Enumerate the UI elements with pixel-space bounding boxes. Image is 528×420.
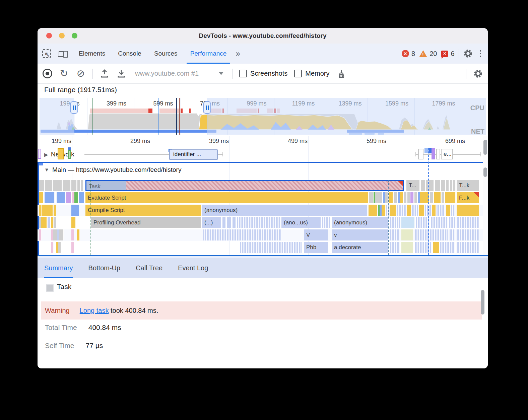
network-collapse-icon[interactable]: ▶ [44,152,48,158]
flame-segment[interactable] [382,205,386,216]
settings-gear-icon[interactable] [463,49,473,59]
flame-segment[interactable] [389,192,393,203]
flame-segment[interactable] [73,217,76,228]
flame-segment[interactable] [457,229,479,240]
timeline-overview[interactable]: 199 ms399 ms599 ms799 ms999 ms1199 ms139… [40,98,486,135]
flame-segment[interactable] [385,192,388,203]
flame-segment[interactable] [449,217,456,228]
flame-segment[interactable] [431,217,448,228]
minimize-window-button[interactable] [59,33,65,39]
flame-segment[interactable] [423,180,425,191]
flame-segment[interactable] [432,205,436,216]
main-track-top-border[interactable] [38,162,483,163]
flame-segment[interactable] [233,217,236,228]
network-scrollbar-thumb[interactable] [483,140,487,155]
tab-event-log[interactable]: Event Log [178,258,216,278]
flame-segment[interactable] [390,217,396,228]
tab-console[interactable]: Console [112,44,148,64]
flame-segment[interactable] [450,229,456,240]
flame-segment[interactable] [203,229,281,240]
flame-segment[interactable] [222,217,226,228]
flame-segment[interactable] [430,192,434,203]
capture-settings-gear-icon[interactable] [473,69,483,79]
flame-segment[interactable] [71,180,77,191]
flame-segment[interactable] [53,180,62,191]
flame-segment[interactable] [369,205,377,216]
more-tabs-icon[interactable]: » [233,49,243,58]
network-request[interactable] [418,149,423,159]
flame-segment[interactable] [48,217,50,228]
main-scrollbar-thumb[interactable] [483,167,487,177]
flame-segment[interactable] [401,217,415,228]
flame-segment[interactable] [45,192,55,203]
flame-segment[interactable] [410,192,414,203]
flame-segment[interactable] [441,180,445,191]
flame-segment[interactable] [415,242,432,253]
flame-segment[interactable] [401,242,413,253]
flame-segment[interactable] [412,205,418,216]
flame-segment[interactable] [400,192,403,203]
network-request[interactable] [436,149,440,159]
flame-segment[interactable] [390,205,396,216]
flame-segment[interactable] [394,192,397,203]
flame-segment[interactable]: V [304,229,328,240]
flame-segment[interactable] [416,217,430,228]
flame-segment[interactable]: (anonymous) [202,205,368,216]
flame-segment[interactable] [39,180,45,191]
flame-segment[interactable]: Evaluate Script [85,192,369,203]
flame-segment[interactable] [404,192,407,203]
load-profile-icon[interactable] [100,69,110,79]
flame-segment[interactable] [50,205,53,216]
network-request[interactable] [432,148,435,159]
flame-segment[interactable] [380,192,382,203]
flame-segment[interactable]: T... [406,180,420,191]
screenshots-checkbox-group[interactable]: Screenshots [239,70,287,77]
flame-segment[interactable] [44,217,47,228]
flame-segment[interactable] [54,205,56,216]
flame-segment[interactable]: a.decorate [332,242,389,253]
flame-segment[interactable] [397,217,401,228]
flame-segment[interactable] [51,242,54,253]
inspect-element-icon[interactable]: ↖ [42,49,52,59]
close-window-button[interactable] [46,33,52,39]
flame-segment[interactable] [457,217,479,228]
flame-segment[interactable] [437,180,440,191]
record-button[interactable] [42,69,52,79]
maximize-window-button[interactable] [72,33,77,39]
flame-segment[interactable] [445,192,456,203]
flame-segment[interactable] [71,229,74,240]
flame-segment[interactable] [77,205,79,216]
flame-segment[interactable] [434,192,441,203]
flame-segment[interactable] [57,192,65,203]
flame-segment[interactable] [390,242,400,253]
flame-segment[interactable] [457,242,479,253]
tab-performance[interactable]: Performance [184,44,233,64]
clear-recording-icon[interactable]: ⊘ [76,69,86,79]
network-request-identifier[interactable]: identifier ... [169,149,218,160]
issues-badge[interactable]: ✕ 6 [441,50,454,58]
flame-segment[interactable] [81,192,84,203]
flame-segment[interactable] [240,242,302,253]
save-profile-icon[interactable] [116,69,126,79]
flame-segment[interactable] [58,242,61,253]
flame-segment[interactable] [442,192,444,203]
flame-segment[interactable] [81,180,83,191]
tab-call-tree[interactable]: Call Tree [136,258,171,278]
network-track[interactable]: ▶ Network identifier ... e... [38,148,483,162]
flame-segment[interactable] [407,192,410,203]
network-request[interactable] [424,148,428,153]
flame-segment[interactable]: (...) [202,217,221,228]
tab-sources[interactable]: Sources [148,44,184,64]
flame-segment[interactable] [54,217,56,228]
flame-segment[interactable] [433,242,439,253]
range-handle-right[interactable] [203,101,211,114]
flame-segment[interactable]: (anonymous) [332,217,389,228]
flame-segment[interactable] [446,180,449,191]
flame-segment[interactable]: Compile Script [85,205,201,216]
flame-segment[interactable] [390,229,400,240]
flame-segment[interactable] [407,205,411,216]
profile-select[interactable]: www.youtube.com #1 [133,70,225,77]
console-errors-badge[interactable]: ✕ 8 [402,50,415,58]
flame-segment[interactable] [414,192,417,203]
console-warnings-badge[interactable]: ! 20 [419,50,437,58]
